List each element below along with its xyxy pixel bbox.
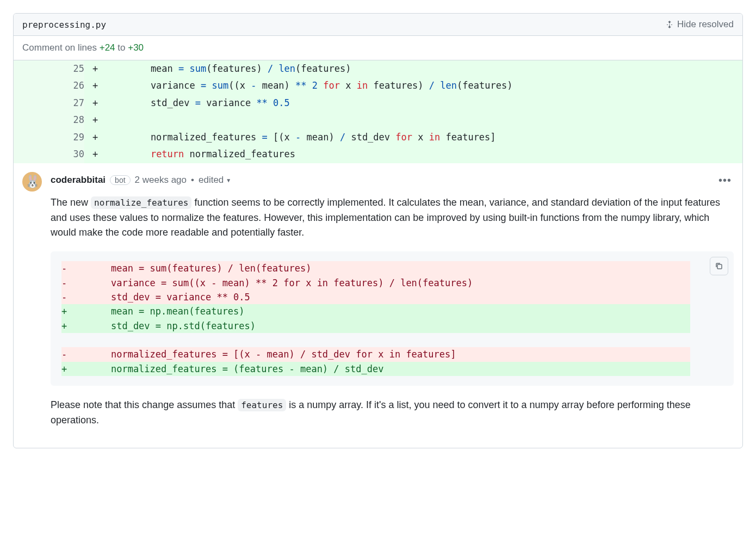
line-range-label: Comment on lines +24 to +30	[14, 36, 742, 60]
copy-icon	[715, 262, 723, 270]
line-range-start: +24	[100, 42, 115, 53]
diff-marker: +	[61, 304, 89, 318]
diff-line: 28+	[14, 112, 742, 128]
code-cell: std_dev = variance ** 0.5	[106, 95, 742, 112]
diff-marker	[61, 333, 89, 347]
code-text: normalized_features = (features - mean) …	[89, 362, 690, 376]
bot-badge: bot	[110, 175, 130, 185]
svg-rect-0	[717, 264, 722, 269]
suggestion-line: - std_dev = variance ** 0.5	[61, 290, 690, 304]
avatar[interactable]: 🐰	[22, 172, 42, 192]
diff-marker: +	[61, 362, 89, 376]
diff-line: 29+ normalized_features = [(x - mean) / …	[14, 129, 742, 146]
separator-dot: •	[191, 175, 194, 186]
kebab-menu-icon[interactable]: •••	[716, 172, 734, 189]
comment-paragraph-2: Please note that this change assumes tha…	[51, 398, 734, 428]
suggestion-line: + mean = np.mean(features)	[61, 304, 690, 318]
diff-marker: +	[84, 95, 106, 112]
comment-main: coderabbitai bot 2 weeks ago • edited ▼ …	[51, 172, 734, 439]
code-cell: variance = sum((x - mean) ** 2 for x in …	[106, 77, 742, 94]
code-cell	[106, 112, 742, 128]
line-range-prefix: Comment on lines	[22, 42, 100, 53]
code-text: variance = sum((x - mean) ** 2 for x in …	[89, 276, 690, 290]
diff-marker: -	[61, 261, 89, 275]
comment-author[interactable]: coderabbitai	[51, 175, 106, 186]
code-cell: normalized_features = [(x - mean) / std_…	[106, 129, 742, 146]
suggestion-line: + normalized_features = (features - mean…	[61, 362, 690, 376]
suggestion-line: - mean = sum(features) / len(features)	[61, 261, 690, 275]
comment-paragraph-1: The new normalize_features function seem…	[51, 195, 734, 241]
file-name: preprocessing.py	[22, 20, 106, 30]
edited-dropdown[interactable]: edited ▼	[199, 175, 231, 186]
suggestion-line: - variance = sum((x - mean) ** 2 for x i…	[61, 276, 690, 290]
diff-marker: +	[84, 60, 106, 77]
diff-marker: +	[84, 129, 106, 146]
code-text: normalized_features = [(x - mean) / std_…	[89, 347, 690, 361]
diff-marker: -	[61, 290, 89, 304]
code-cell: mean = sum(features) / len(features)	[106, 60, 742, 77]
diff-marker: +	[61, 319, 89, 333]
code-text: std_dev = variance ** 0.5	[89, 290, 690, 304]
hide-resolved-label: Hide resolved	[677, 19, 734, 30]
line-number[interactable]: 28	[14, 112, 84, 128]
diff-line: 26+ variance = sum((x - mean) ** 2 for x…	[14, 77, 742, 94]
diff-marker: +	[84, 112, 106, 128]
line-number[interactable]: 25	[14, 60, 84, 77]
diff-marker: -	[61, 276, 89, 290]
code-text: mean = sum(features) / len(features)	[89, 261, 690, 275]
line-range-to: to	[115, 42, 128, 53]
comment-timestamp[interactable]: 2 weeks ago	[135, 175, 187, 186]
diff-line: 27+ std_dev = variance ** 0.5	[14, 95, 742, 112]
comment-header: coderabbitai bot 2 weeks ago • edited ▼ …	[51, 172, 734, 189]
line-range-end: +30	[128, 42, 144, 53]
code-cell: return normalized_features	[106, 146, 742, 163]
suggestion-line: + std_dev = np.std(features)	[61, 319, 690, 333]
unfold-icon	[665, 20, 674, 29]
code-text: mean = np.mean(features)	[89, 304, 690, 318]
file-header: preprocessing.py Hide resolved	[14, 14, 742, 36]
copy-button[interactable]	[710, 257, 728, 275]
diff-marker: +	[84, 146, 106, 163]
suggestion-block: - mean = sum(features) / len(features)- …	[51, 251, 734, 386]
comment: 🐰 coderabbitai bot 2 weeks ago • edited …	[14, 163, 742, 448]
diff-line: 30+ return normalized_features	[14, 146, 742, 163]
code-text: std_dev = np.std(features)	[89, 319, 690, 333]
hide-resolved-button[interactable]: Hide resolved	[665, 19, 734, 30]
caret-down-icon: ▼	[226, 177, 231, 183]
line-number[interactable]: 26	[14, 77, 84, 94]
suggestion-line: - normalized_features = [(x - mean) / st…	[61, 347, 690, 361]
suggestion-line	[61, 333, 690, 347]
line-number[interactable]: 27	[14, 95, 84, 112]
inline-code: normalize_features	[91, 196, 191, 209]
diff-marker: -	[61, 347, 89, 361]
text-fragment: Please note that this change assumes tha…	[51, 399, 238, 410]
text-fragment: The new	[51, 197, 91, 208]
inline-code: features	[238, 399, 286, 411]
line-number[interactable]: 30	[14, 146, 84, 163]
diff-marker: +	[84, 77, 106, 94]
diff-hunk: 25+ mean = sum(features) / len(features)…	[14, 60, 742, 163]
code-text	[89, 333, 690, 347]
edited-label: edited	[199, 175, 224, 186]
review-thread: preprocessing.py Hide resolved Comment o…	[13, 13, 743, 448]
line-number[interactable]: 29	[14, 129, 84, 146]
diff-line: 25+ mean = sum(features) / len(features)	[14, 60, 742, 77]
